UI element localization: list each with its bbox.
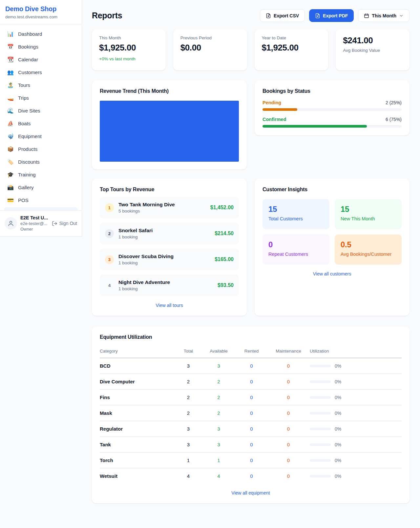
view-all-tours-link[interactable]: View all tours bbox=[100, 303, 239, 308]
tour-name: Night Dive Adventure bbox=[118, 279, 213, 285]
sidebar-item-trips[interactable]: 🚤 Trips bbox=[4, 91, 78, 104]
utilization-cell: 0% bbox=[310, 395, 402, 400]
summary-label: Previous Period bbox=[180, 35, 240, 40]
tour-bookings: 1 booking bbox=[118, 234, 210, 239]
charts-row: Revenue Trend (This Month) Bookings by S… bbox=[92, 80, 410, 170]
revenue-trend-bar bbox=[100, 101, 239, 162]
cell-category: Regulator bbox=[100, 421, 175, 437]
cell-maintenance: 0 bbox=[267, 390, 310, 405]
insight-value: 15 bbox=[268, 205, 324, 214]
rank-badge: 1 bbox=[105, 203, 114, 212]
export-pdf-button[interactable]: Export PDF bbox=[309, 9, 354, 22]
tour-name: Snorkel Safari bbox=[118, 228, 210, 234]
table-row: BCD 3 3 0 0 0% bbox=[100, 358, 402, 374]
sidebar-item-products[interactable]: 📦 Products bbox=[4, 143, 78, 155]
cell-available: 1 bbox=[201, 453, 236, 468]
customers-icon: 👥 bbox=[7, 69, 14, 75]
cell-maintenance: 0 bbox=[267, 358, 310, 374]
file-download-icon bbox=[315, 13, 320, 18]
sidebar-item-dashboard[interactable]: 📊 Dashboard bbox=[4, 28, 78, 40]
utilization-bar bbox=[310, 443, 331, 446]
summary-value: $1,925.00 bbox=[262, 43, 321, 53]
sidebar-item-gallery[interactable]: 📸 Gallery bbox=[4, 181, 78, 194]
cell-total: 2 bbox=[175, 405, 201, 421]
sidebar-item-equipment[interactable]: 🤿 Equipment bbox=[4, 130, 78, 143]
file-download-icon bbox=[266, 13, 271, 18]
status-bar-fill bbox=[262, 108, 297, 111]
sidebar: Demo Dive Shop demo.test.divestreams.com… bbox=[0, 0, 82, 236]
summary-value: $0.00 bbox=[180, 43, 240, 53]
utilization-cell: 0% bbox=[310, 442, 402, 447]
utilization-bar bbox=[310, 412, 331, 415]
col-header-rented: Rented bbox=[236, 345, 267, 358]
view-all-customers-link[interactable]: View all customers bbox=[262, 271, 402, 276]
cell-category: Tank bbox=[100, 437, 175, 453]
insight-label: Repeat Customers bbox=[268, 252, 324, 257]
bookings-calendar-icon: 📅 bbox=[7, 44, 14, 50]
sidebar-item-label: Products bbox=[18, 146, 37, 152]
period-label: This Month bbox=[372, 13, 396, 18]
tour-bookings: 1 booking bbox=[118, 260, 210, 265]
user-section: E2E Test U... e2e-tester@... Owner Sign … bbox=[0, 210, 82, 236]
cell-category: BCD bbox=[100, 358, 175, 374]
view-all-equipment-link[interactable]: View all equipment bbox=[100, 490, 402, 496]
sidebar-item-discounts[interactable]: 🏷️ Discounts bbox=[4, 155, 78, 168]
sidebar-item-bookings[interactable]: 📅 Bookings bbox=[4, 40, 78, 53]
sidebar-item-reports-partial[interactable] bbox=[4, 207, 78, 210]
cell-rented: 0 bbox=[236, 453, 267, 468]
sidebar-item-boats[interactable]: ⛵ Boats bbox=[4, 117, 78, 130]
cell-maintenance: 0 bbox=[267, 468, 310, 484]
sidebar-item-pos[interactable]: 💳 POS bbox=[4, 194, 78, 207]
cell-category: Mask bbox=[100, 405, 175, 421]
cell-rented: 0 bbox=[236, 468, 267, 484]
table-row: Tank 3 3 0 0 0% bbox=[100, 437, 402, 453]
utilization-bar bbox=[310, 475, 331, 477]
status-row-pending: Pending 2 (25%) bbox=[262, 100, 402, 111]
tour-list-item: 4 Night Dive Adventure 1 booking $93.50 bbox=[100, 274, 239, 296]
main-content: Reports Export CSV Export PDF This Month… bbox=[82, 0, 420, 517]
status-label: Pending bbox=[262, 100, 281, 105]
equipment-utilization-title: Equipment Utilization bbox=[100, 334, 402, 340]
utilization-percent: 0% bbox=[335, 379, 341, 384]
sidebar-item-calendar[interactable]: 📆 Calendar bbox=[4, 53, 78, 66]
trips-boat-icon: 🚤 bbox=[7, 95, 14, 101]
sign-out-button[interactable]: Sign Out bbox=[52, 221, 77, 226]
sidebar-item-dive-sites[interactable]: 🌊 Dive Sites bbox=[4, 104, 78, 117]
summary-card-year-to-date: Year to Date $1,925.00 bbox=[255, 29, 328, 71]
revenue-trend-card: Revenue Trend (This Month) bbox=[92, 80, 247, 170]
calendar-icon bbox=[364, 13, 369, 18]
sidebar-item-label: Discounts bbox=[18, 159, 40, 165]
shop-name: Demo Dive Shop bbox=[5, 5, 76, 13]
utilization-bar bbox=[310, 380, 331, 383]
sidebar-item-tours[interactable]: 🏝️ Tours bbox=[4, 79, 78, 91]
cell-maintenance: 0 bbox=[267, 405, 310, 421]
table-row: Wetsuit 4 4 0 0 0% bbox=[100, 468, 402, 484]
table-header-row: Category Total Available Rented Maintena… bbox=[100, 345, 402, 358]
insight-tile-avg-bookings: 0.5 Avg Bookings/Customer bbox=[335, 234, 402, 265]
utilization-bar bbox=[310, 396, 331, 399]
equipment-table: Category Total Available Rented Maintena… bbox=[100, 345, 402, 484]
sidebar-item-training[interactable]: 🎓 Training bbox=[4, 168, 78, 181]
summary-label: Year to Date bbox=[262, 35, 321, 40]
sidebar-item-label: Boats bbox=[18, 121, 31, 126]
sidebar-item-label: Bookings bbox=[18, 44, 38, 50]
tour-list-item: 3 Discover Scuba Diving 1 booking $165.0… bbox=[100, 249, 239, 270]
table-row: Fins 2 2 0 0 0% bbox=[100, 390, 402, 405]
sidebar-item-customers[interactable]: 👥 Customers bbox=[4, 66, 78, 79]
utilization-cell: 0% bbox=[310, 426, 402, 432]
user-role: Owner bbox=[20, 227, 49, 232]
insight-tile-total-customers: 15 Total Customers bbox=[262, 199, 329, 229]
cell-rented: 0 bbox=[236, 390, 267, 405]
export-csv-button[interactable]: Export CSV bbox=[260, 9, 305, 22]
table-row: Torch 1 1 0 0 0% bbox=[100, 453, 402, 468]
cell-available: 2 bbox=[201, 390, 236, 405]
summary-cards: This Month $1,925.00 +0% vs last month P… bbox=[92, 29, 410, 71]
cell-rented: 0 bbox=[236, 405, 267, 421]
export-pdf-label: Export PDF bbox=[323, 13, 348, 18]
equipment-utilization-card: Equipment Utilization Category Total Ava… bbox=[92, 326, 410, 503]
insight-tile-repeat-customers: 0 Repeat Customers bbox=[262, 234, 329, 265]
cell-rented: 0 bbox=[236, 437, 267, 453]
export-csv-label: Export CSV bbox=[274, 13, 299, 18]
sidebar-item-label: Trips bbox=[18, 95, 29, 101]
period-dropdown[interactable]: This Month bbox=[358, 9, 410, 22]
